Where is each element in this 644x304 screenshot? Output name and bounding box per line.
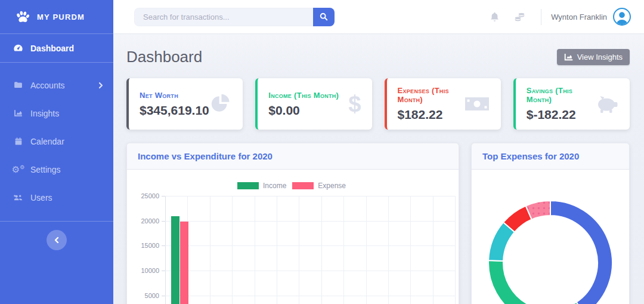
bar-chart-legend: Income Expense — [133, 177, 450, 196]
sidebar-nav-group: Accounts Insights — [0, 63, 113, 221]
y-axis-tick-label: 5000 — [134, 292, 159, 299]
main-area: Wynton Franklin Dashboard — [113, 0, 644, 304]
gridline-vertical — [366, 196, 367, 304]
topbar-right: Wynton Franklin — [487, 8, 631, 26]
gears-icon: ⚙⚙ — [13, 165, 23, 174]
donut-chart-panel: Top Expenses for 2020 — [471, 143, 630, 304]
gridline-vertical — [165, 196, 166, 304]
sidebar-item-label: Accounts — [30, 81, 65, 90]
bar-chart-panel: Income vs Expenditure for 2020 Income Ex… — [126, 143, 459, 304]
y-axis-tick-label: 10000 — [134, 267, 159, 274]
gridline-vertical — [410, 196, 411, 304]
folder-icon — [13, 80, 23, 90]
dollar-sign-icon: $ — [348, 93, 361, 115]
stat-card-expenses: Expenses (This Month) $182.22 — [385, 78, 501, 130]
stat-cards-row: Net Worth $345,619.10 Income (This Month… — [126, 78, 630, 130]
chevron-left-icon — [54, 237, 60, 244]
gridline-horizontal — [165, 296, 456, 296]
coins-icon — [514, 11, 525, 22]
gridline-vertical — [277, 196, 277, 304]
calendar-icon — [13, 136, 23, 146]
y-axis-tick-label: 15000 — [134, 242, 159, 249]
brand[interactable]: MY PURDM — [0, 0, 113, 33]
search-form — [134, 8, 335, 26]
sidebar-item-dashboard[interactable]: Dashboard — [0, 34, 113, 62]
bell-icon — [490, 11, 500, 22]
collapse-wrap — [0, 222, 113, 250]
stat-card-label: Savings (This Month) — [527, 86, 595, 104]
chart-area-icon — [13, 108, 23, 118]
transactions-button[interactable] — [512, 9, 528, 24]
stat-card-savings: Savings (This Month) $-182.22 — [513, 78, 630, 130]
donut-chart-title: Top Expenses for 2020 — [472, 143, 629, 170]
gridline-vertical — [455, 196, 456, 304]
legend-label: Income — [263, 182, 286, 190]
sidebar-collapse-button[interactable] — [47, 230, 67, 250]
sidebar-item-calendar[interactable]: Calendar — [0, 127, 113, 155]
gridline-horizontal — [165, 271, 456, 271]
gridline-vertical — [388, 196, 389, 304]
y-axis-tick-mark — [162, 296, 165, 296]
legend-swatch-expense — [292, 182, 314, 189]
gridline-horizontal — [165, 196, 456, 196]
notifications-button[interactable] — [487, 9, 502, 24]
stat-card-label: Net Worth — [140, 91, 209, 100]
sidebar-item-users[interactable]: Users — [0, 183, 113, 211]
search-button[interactable] — [313, 8, 335, 26]
chart-area-icon — [564, 53, 573, 61]
gridline-vertical — [321, 196, 322, 304]
app-root: MY PURDM Dashboard Accounts — [0, 0, 644, 304]
paw-icon — [14, 9, 30, 25]
donut-slice-0 — [550, 201, 612, 304]
gridline-vertical — [433, 196, 434, 304]
chevron-right-icon — [98, 82, 104, 89]
gridline-vertical — [210, 196, 210, 304]
page-head: Dashboard View Insights — [126, 48, 630, 66]
y-axis-tick-mark — [162, 245, 165, 246]
search-input[interactable] — [134, 8, 313, 26]
page-title: Dashboard — [126, 48, 202, 66]
gridline-vertical — [255, 196, 255, 304]
stat-card-income: Income (This Month) $0.00 $ — [255, 78, 371, 130]
sidebar-item-settings[interactable]: ⚙⚙ Settings — [0, 155, 113, 183]
view-insights-button[interactable]: View Insights — [557, 49, 630, 65]
bar-chart-body: Income Expense 250002000015000100005000 — [127, 170, 459, 304]
gridline-vertical — [299, 196, 299, 304]
sidebar-item-label: Calendar — [30, 137, 64, 146]
brand-text: MY PURDM — [37, 13, 85, 22]
bar-income — [171, 216, 179, 304]
sidebar-item-insights[interactable]: Insights — [0, 99, 113, 127]
legend-item-expense[interactable]: Expense — [292, 182, 346, 190]
tachometer-icon — [13, 43, 23, 53]
sidebar: MY PURDM Dashboard Accounts — [0, 0, 113, 304]
y-axis-tick-mark — [162, 271, 165, 271]
legend-swatch-income — [237, 182, 259, 189]
stat-card-value: $345,619.10 — [140, 103, 209, 118]
y-axis-tick-mark — [162, 221, 165, 222]
stat-card-value: $182.22 — [398, 108, 464, 122]
sidebar-item-label: Insights — [30, 109, 59, 118]
sidebar-item-label: Dashboard — [30, 44, 74, 53]
sidebar-item-accounts[interactable]: Accounts — [0, 71, 113, 99]
pie-chart-icon — [209, 93, 232, 115]
bar-chart-plot: 250002000015000100005000 — [165, 196, 456, 304]
user-name[interactable]: Wynton Franklin — [551, 13, 607, 22]
content: Dashboard View Insights Net Worth — [113, 34, 644, 304]
users-icon — [13, 193, 23, 202]
gridline-horizontal — [165, 221, 456, 222]
donut-slice-1 — [488, 260, 584, 304]
donut-chart — [472, 173, 629, 304]
charts-row: Income vs Expenditure for 2020 Income Ex… — [126, 143, 630, 304]
avatar[interactable] — [613, 8, 631, 26]
stat-card-label: Income (This Month) — [268, 91, 339, 100]
sidebar-item-label: Settings — [30, 165, 61, 174]
bar-chart-title: Income vs Expenditure for 2020 — [127, 143, 459, 170]
topbar-divider — [541, 9, 541, 25]
stat-card-value: $-182.22 — [527, 108, 595, 122]
y-axis-tick-mark — [162, 196, 165, 196]
topbar: Wynton Franklin — [113, 0, 644, 34]
gridline-horizontal — [165, 245, 456, 246]
legend-item-income[interactable]: Income — [237, 182, 286, 190]
sidebar-item-label: Users — [30, 193, 52, 202]
view-insights-label: View Insights — [577, 53, 623, 62]
